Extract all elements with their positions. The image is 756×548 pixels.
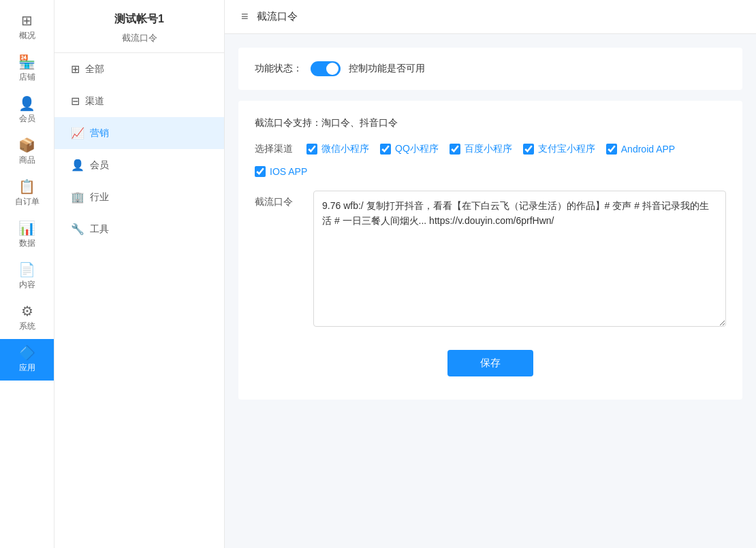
form-title: 截流口令支持：淘口令、抖音口令 <box>255 117 726 129</box>
sidebar-label-order: 自订单 <box>15 196 40 208</box>
nav-label-tools: 工具 <box>90 223 109 236</box>
second-nav: 测试帐号1 截流口令 ⊞ 全部 ⊟ 渠道 📈 营销 👤 会员 🏢 行业 🔧 工具 <box>54 0 225 548</box>
channel-android[interactable]: Android APP <box>606 144 675 155</box>
industry-icon: 🏢 <box>71 191 84 204</box>
nav-member-icon: 👤 <box>71 159 84 172</box>
channel-ios[interactable]: IOS APP <box>255 166 307 177</box>
sidebar-label-product: 商品 <box>19 155 35 166</box>
nav-item-member[interactable]: 👤 会员 <box>54 149 224 181</box>
data-icon: 📊 <box>18 221 35 235</box>
feature-toggle[interactable] <box>311 61 341 76</box>
toggle-slider <box>311 61 341 76</box>
sidebar-label-system: 系统 <box>19 321 35 332</box>
second-nav-subtitle: 截流口令 <box>54 32 224 53</box>
sidebar-item-system[interactable]: ⚙ 系统 <box>0 297 54 339</box>
channel-alipay[interactable]: 支付宝小程序 <box>523 143 595 155</box>
system-icon: ⚙ <box>21 304 33 318</box>
sidebar-item-content[interactable]: 📄 内容 <box>0 256 54 297</box>
status-row: 功能状态： 控制功能是否可用 <box>255 61 726 76</box>
sidebar-item-overview[interactable]: ⊞ 概况 <box>0 7 54 48</box>
sidebar-label-content: 内容 <box>19 279 35 291</box>
checkbox-baidu[interactable] <box>450 144 460 155</box>
channel-alipay-label: 支付宝小程序 <box>538 143 595 155</box>
save-btn-row: 保存 <box>255 343 726 383</box>
status-label: 功能状态： <box>255 63 302 75</box>
sidebar-item-member[interactable]: 👤 会员 <box>0 90 54 131</box>
order-icon: 📋 <box>18 180 35 193</box>
content-icon: 📄 <box>18 263 35 276</box>
nav-item-all[interactable]: ⊞ 全部 <box>54 53 224 85</box>
status-description: 控制功能是否可用 <box>349 63 425 75</box>
tools-icon: 🔧 <box>71 223 84 236</box>
nav-label-channel: 渠道 <box>85 95 104 108</box>
channel-label: 选择渠道 <box>255 143 293 155</box>
channel-wechat[interactable]: 微信小程序 <box>306 143 369 155</box>
status-card: 功能状态： 控制功能是否可用 <box>238 48 742 90</box>
all-icon: ⊞ <box>71 63 80 76</box>
channel-row: 选择渠道 微信小程序 QQ小程序 百度小程序 支付宝小程序 <box>255 143 726 177</box>
topbar: ≡ 截流口令 <box>225 0 756 34</box>
channel-icon: ⊟ <box>71 95 80 108</box>
nav-item-industry[interactable]: 🏢 行业 <box>54 181 224 213</box>
nav-label-all: 全部 <box>85 63 104 76</box>
member-icon: 👤 <box>18 97 35 110</box>
checkbox-ios[interactable] <box>255 166 266 177</box>
main-content: ≡ 截流口令 功能状态： 控制功能是否可用 截流口令支持：淘口令、抖音口令 选择… <box>225 0 756 548</box>
sidebar-item-order[interactable]: 📋 自订单 <box>0 173 54 214</box>
channel-ios-label: IOS APP <box>270 166 307 177</box>
sidebar-label-shop: 店铺 <box>19 71 35 83</box>
app-icon: 🔷 <box>18 346 35 359</box>
content-area: 功能状态： 控制功能是否可用 截流口令支持：淘口令、抖音口令 选择渠道 微信小程… <box>225 34 756 548</box>
sidebar-item-app[interactable]: 🔷 应用 <box>0 339 54 381</box>
sidebar-item-data[interactable]: 📊 数据 <box>0 214 54 256</box>
channel-android-label: Android APP <box>621 144 675 155</box>
checkbox-qq[interactable] <box>380 144 391 155</box>
token-label: 截流口令 <box>255 191 302 208</box>
token-textarea[interactable] <box>313 191 726 327</box>
channel-qq-label: QQ小程序 <box>395 143 439 155</box>
sidebar-label-app: 应用 <box>19 362 35 374</box>
checkbox-wechat[interactable] <box>306 144 317 155</box>
menu-icon[interactable]: ≡ <box>241 10 249 24</box>
channel-baidu[interactable]: 百度小程序 <box>450 143 512 155</box>
sidebar-label-overview: 概况 <box>19 30 35 42</box>
nav-label-industry: 行业 <box>90 191 109 204</box>
sidebar: ⊞ 概况 🏪 店铺 👤 会员 📦 商品 📋 自订单 📊 数据 📄 内容 ⚙ 系统… <box>0 0 54 548</box>
sidebar-label-data: 数据 <box>19 238 35 249</box>
sidebar-item-product[interactable]: 📦 商品 <box>0 131 54 173</box>
shop-icon: 🏪 <box>18 55 35 69</box>
checkbox-alipay[interactable] <box>523 144 534 155</box>
overview-icon: ⊞ <box>21 14 33 27</box>
nav-label-member: 会员 <box>90 159 109 172</box>
topbar-title: 截流口令 <box>257 10 298 23</box>
nav-label-marketing: 营销 <box>90 127 109 140</box>
nav-item-channel[interactable]: ⊟ 渠道 <box>54 85 224 117</box>
token-row: 截流口令 <box>255 191 726 327</box>
product-icon: 📦 <box>18 138 35 152</box>
channel-baidu-label: 百度小程序 <box>464 143 512 155</box>
channel-qq[interactable]: QQ小程序 <box>380 143 439 155</box>
nav-item-tools[interactable]: 🔧 工具 <box>54 213 224 245</box>
nav-item-marketing[interactable]: 📈 营销 <box>54 117 224 149</box>
account-name: 测试帐号1 <box>54 0 224 32</box>
form-card: 截流口令支持：淘口令、抖音口令 选择渠道 微信小程序 QQ小程序 百度小程序 <box>238 101 742 400</box>
sidebar-item-shop[interactable]: 🏪 店铺 <box>0 48 54 90</box>
checkbox-android[interactable] <box>606 144 617 155</box>
marketing-icon: 📈 <box>71 127 84 140</box>
save-button[interactable]: 保存 <box>447 350 533 376</box>
sidebar-label-member: 会员 <box>19 113 35 125</box>
channel-wechat-label: 微信小程序 <box>321 143 369 155</box>
